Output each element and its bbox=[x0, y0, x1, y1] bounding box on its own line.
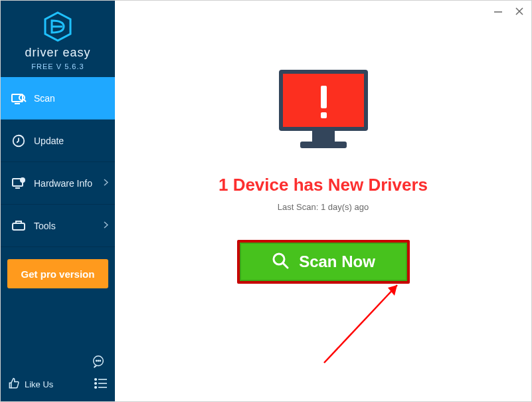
chevron-right-icon bbox=[104, 221, 108, 231]
sidebar-item-label: Tools bbox=[34, 221, 56, 231]
update-icon bbox=[10, 132, 27, 150]
menu-icon[interactable] bbox=[94, 377, 108, 392]
sidebar-item-hardware-info[interactable]: i Hardware Info bbox=[1, 162, 115, 205]
brand-version: FREE V 5.6.3 bbox=[31, 62, 84, 70]
hardware-icon: i bbox=[10, 175, 27, 192]
svg-rect-27 bbox=[312, 131, 335, 142]
monitor-alert-icon bbox=[274, 67, 373, 157]
chat-icon[interactable] bbox=[91, 354, 106, 371]
svg-point-16 bbox=[95, 378, 97, 380]
scan-now-button[interactable]: Scan Now bbox=[237, 240, 410, 284]
last-scan-text: Last Scan: 1 day(s) ago bbox=[278, 202, 369, 212]
svg-point-14 bbox=[98, 360, 98, 361]
svg-marker-34 bbox=[388, 285, 397, 296]
brand-logo-icon bbox=[43, 11, 73, 42]
like-us-label: Like Us bbox=[25, 379, 53, 389]
app-window: driver easy FREE V 5.6.3 Scan bbox=[0, 0, 532, 402]
get-pro-label: Get pro version bbox=[21, 268, 95, 280]
sidebar-item-label: Hardware Info bbox=[34, 178, 92, 189]
svg-line-33 bbox=[324, 285, 397, 363]
sidebar-item-label: Update bbox=[34, 136, 64, 146]
minimize-button[interactable] bbox=[493, 6, 503, 17]
sidebar-item-scan[interactable]: Scan bbox=[1, 77, 115, 120]
magnify-icon bbox=[271, 251, 290, 272]
thumbs-up-icon bbox=[7, 377, 21, 392]
sidebar-item-update[interactable]: Update bbox=[1, 120, 115, 162]
monitor-graphic bbox=[274, 67, 373, 157]
sidebar-nav: Scan Update bbox=[1, 77, 115, 247]
svg-rect-30 bbox=[321, 112, 327, 118]
svg-rect-11 bbox=[13, 223, 25, 230]
scan-now-label: Scan Now bbox=[299, 252, 375, 271]
svg-point-20 bbox=[95, 386, 97, 388]
svg-rect-29 bbox=[321, 86, 327, 108]
svg-point-15 bbox=[100, 360, 100, 361]
sidebar-item-label: Scan bbox=[34, 93, 55, 104]
svg-rect-28 bbox=[300, 142, 347, 148]
svg-point-13 bbox=[96, 360, 97, 361]
svg-line-5 bbox=[24, 100, 26, 102]
main-panel: 1 Device has New Drivers Last Scan: 1 da… bbox=[115, 1, 531, 401]
svg-point-18 bbox=[95, 382, 97, 384]
sidebar-bottom: Like Us bbox=[1, 346, 115, 401]
svg-line-32 bbox=[283, 263, 288, 268]
like-us-button[interactable]: Like Us bbox=[7, 377, 53, 392]
close-button[interactable] bbox=[514, 6, 525, 17]
chevron-right-icon bbox=[104, 179, 108, 188]
tools-icon bbox=[10, 217, 27, 235]
window-controls bbox=[493, 6, 525, 17]
brand-name: driver easy bbox=[25, 46, 90, 60]
logo-block: driver easy FREE V 5.6.3 bbox=[1, 1, 115, 77]
scan-icon bbox=[10, 90, 27, 107]
sidebar-item-tools[interactable]: Tools bbox=[1, 205, 115, 247]
headline: 1 Device has New Drivers bbox=[219, 175, 428, 195]
get-pro-button[interactable]: Get pro version bbox=[7, 259, 108, 288]
sidebar: driver easy FREE V 5.6.3 Scan bbox=[1, 1, 115, 401]
annotation-arrow-icon bbox=[317, 273, 424, 366]
